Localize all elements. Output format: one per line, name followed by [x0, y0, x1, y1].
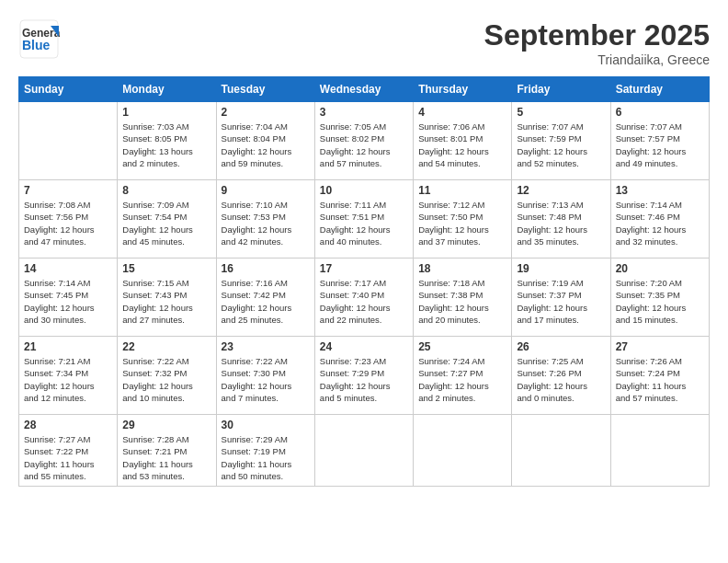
- day-info: Sunrise: 7:16 AMSunset: 7:42 PMDaylight:…: [222, 277, 310, 326]
- day-info: Sunrise: 7:23 AMSunset: 7:29 PMDaylight:…: [320, 355, 408, 404]
- page-header: General Blue September 2025 Triandaiika,…: [18, 18, 710, 67]
- day-info: Sunrise: 7:08 AMSunset: 7:56 PMDaylight:…: [24, 199, 112, 247]
- day-info: Sunrise: 7:22 AMSunset: 7:32 PMDaylight:…: [122, 355, 210, 404]
- day-number: 26: [517, 340, 605, 353]
- day-number: 16: [222, 262, 310, 275]
- table-row: 3Sunrise: 7:05 AMSunset: 8:02 PMDaylight…: [314, 102, 413, 180]
- day-info: Sunrise: 7:05 AMSunset: 8:02 PMDaylight:…: [320, 121, 408, 169]
- table-row: 8Sunrise: 7:09 AMSunset: 7:54 PMDaylight…: [118, 180, 216, 259]
- logo-icon: General Blue: [18, 18, 55, 55]
- day-info: Sunrise: 7:09 AMSunset: 7:54 PMDaylight:…: [122, 199, 210, 247]
- svg-text:Blue: Blue: [22, 38, 51, 52]
- table-row: 11Sunrise: 7:12 AMSunset: 7:50 PMDayligh…: [414, 180, 512, 259]
- table-row: 18Sunrise: 7:18 AMSunset: 7:38 PMDayligh…: [414, 259, 512, 337]
- table-row: 21Sunrise: 7:21 AMSunset: 7:34 PMDayligh…: [19, 337, 118, 415]
- day-info: Sunrise: 7:11 AMSunset: 7:51 PMDaylight:…: [320, 199, 408, 247]
- day-info: Sunrise: 7:20 AMSunset: 7:35 PMDaylight:…: [616, 277, 704, 326]
- table-row: 10Sunrise: 7:11 AMSunset: 7:51 PMDayligh…: [314, 180, 413, 259]
- day-number: 27: [616, 340, 704, 353]
- day-info: Sunrise: 7:07 AMSunset: 7:59 PMDaylight:…: [517, 121, 605, 169]
- day-info: Sunrise: 7:03 AMSunset: 8:05 PMDaylight:…: [122, 121, 210, 169]
- week-row-3: 14Sunrise: 7:14 AMSunset: 7:45 PMDayligh…: [19, 259, 710, 337]
- table-row: 14Sunrise: 7:14 AMSunset: 7:45 PMDayligh…: [19, 259, 118, 337]
- table-row: 25Sunrise: 7:24 AMSunset: 7:27 PMDayligh…: [414, 337, 512, 415]
- table-row: 5Sunrise: 7:07 AMSunset: 7:59 PMDaylight…: [512, 102, 610, 180]
- day-number: 8: [122, 184, 210, 197]
- day-number: 23: [222, 340, 310, 353]
- day-number: 30: [222, 419, 310, 431]
- table-row: 7Sunrise: 7:08 AMSunset: 7:56 PMDaylight…: [19, 180, 118, 259]
- day-number: 14: [24, 262, 112, 275]
- day-info: Sunrise: 7:29 AMSunset: 7:19 PMDaylight:…: [222, 433, 310, 482]
- table-row: 17Sunrise: 7:17 AMSunset: 7:40 PMDayligh…: [314, 259, 413, 337]
- day-info: Sunrise: 7:14 AMSunset: 7:46 PMDaylight:…: [616, 199, 704, 247]
- table-row: [512, 415, 610, 487]
- table-row: 28Sunrise: 7:27 AMSunset: 7:22 PMDayligh…: [19, 415, 118, 487]
- calendar-header-row: Sunday Monday Tuesday Wednesday Thursday…: [19, 77, 710, 102]
- day-info: Sunrise: 7:28 AMSunset: 7:21 PMDaylight:…: [122, 433, 210, 482]
- table-row: 24Sunrise: 7:23 AMSunset: 7:29 PMDayligh…: [314, 337, 413, 415]
- day-number: 25: [418, 340, 506, 353]
- day-number: 13: [616, 184, 704, 197]
- day-number: 22: [122, 340, 210, 353]
- day-info: Sunrise: 7:06 AMSunset: 8:01 PMDaylight:…: [418, 121, 506, 169]
- day-info: Sunrise: 7:19 AMSunset: 7:37 PMDaylight:…: [517, 277, 605, 326]
- logo: General Blue: [18, 18, 60, 55]
- day-number: 24: [320, 340, 408, 353]
- day-info: Sunrise: 7:13 AMSunset: 7:48 PMDaylight:…: [517, 199, 605, 247]
- week-row-4: 21Sunrise: 7:21 AMSunset: 7:34 PMDayligh…: [19, 337, 710, 415]
- col-friday: Friday: [512, 77, 610, 102]
- day-number: 21: [24, 340, 112, 353]
- day-number: 20: [616, 262, 704, 275]
- day-info: Sunrise: 7:24 AMSunset: 7:27 PMDaylight:…: [418, 355, 506, 404]
- day-number: 28: [24, 419, 112, 431]
- week-row-5: 28Sunrise: 7:27 AMSunset: 7:22 PMDayligh…: [19, 415, 710, 487]
- col-monday: Monday: [118, 77, 216, 102]
- day-info: Sunrise: 7:22 AMSunset: 7:30 PMDaylight:…: [222, 355, 310, 404]
- col-wednesday: Wednesday: [314, 77, 413, 102]
- table-row: [19, 102, 118, 180]
- day-number: 9: [222, 184, 310, 197]
- day-info: Sunrise: 7:25 AMSunset: 7:26 PMDaylight:…: [517, 355, 605, 404]
- col-tuesday: Tuesday: [216, 77, 314, 102]
- day-info: Sunrise: 7:10 AMSunset: 7:53 PMDaylight:…: [222, 199, 310, 247]
- col-saturday: Saturday: [610, 77, 709, 102]
- day-number: 10: [320, 184, 408, 197]
- table-row: [610, 415, 709, 487]
- table-row: 1Sunrise: 7:03 AMSunset: 8:05 PMDaylight…: [118, 102, 216, 180]
- month-title: September 2025: [484, 18, 710, 52]
- day-number: 1: [122, 106, 210, 119]
- day-number: 19: [517, 262, 605, 275]
- day-number: 11: [418, 184, 506, 197]
- day-info: Sunrise: 7:12 AMSunset: 7:50 PMDaylight:…: [418, 199, 506, 247]
- day-number: 18: [418, 262, 506, 275]
- day-number: 29: [122, 419, 210, 431]
- day-info: Sunrise: 7:27 AMSunset: 7:22 PMDaylight:…: [24, 433, 112, 482]
- day-number: 17: [320, 262, 408, 275]
- col-sunday: Sunday: [19, 77, 118, 102]
- table-row: 27Sunrise: 7:26 AMSunset: 7:24 PMDayligh…: [610, 337, 709, 415]
- table-row: 12Sunrise: 7:13 AMSunset: 7:48 PMDayligh…: [512, 180, 610, 259]
- table-row: 23Sunrise: 7:22 AMSunset: 7:30 PMDayligh…: [216, 337, 314, 415]
- table-row: 29Sunrise: 7:28 AMSunset: 7:21 PMDayligh…: [118, 415, 216, 487]
- table-row: 19Sunrise: 7:19 AMSunset: 7:37 PMDayligh…: [512, 259, 610, 337]
- day-info: Sunrise: 7:17 AMSunset: 7:40 PMDaylight:…: [320, 277, 408, 326]
- table-row: 6Sunrise: 7:07 AMSunset: 7:57 PMDaylight…: [610, 102, 709, 180]
- week-row-2: 7Sunrise: 7:08 AMSunset: 7:56 PMDaylight…: [19, 180, 710, 259]
- table-row: 9Sunrise: 7:10 AMSunset: 7:53 PMDaylight…: [216, 180, 314, 259]
- day-number: 5: [517, 106, 605, 119]
- table-row: 30Sunrise: 7:29 AMSunset: 7:19 PMDayligh…: [216, 415, 314, 487]
- day-info: Sunrise: 7:21 AMSunset: 7:34 PMDaylight:…: [24, 355, 112, 404]
- table-row: 15Sunrise: 7:15 AMSunset: 7:43 PMDayligh…: [118, 259, 216, 337]
- table-row: 22Sunrise: 7:22 AMSunset: 7:32 PMDayligh…: [118, 337, 216, 415]
- table-row: 13Sunrise: 7:14 AMSunset: 7:46 PMDayligh…: [610, 180, 709, 259]
- day-info: Sunrise: 7:14 AMSunset: 7:45 PMDaylight:…: [24, 277, 112, 326]
- day-number: 6: [616, 106, 704, 119]
- table-row: 16Sunrise: 7:16 AMSunset: 7:42 PMDayligh…: [216, 259, 314, 337]
- calendar: Sunday Monday Tuesday Wednesday Thursday…: [18, 76, 710, 487]
- day-number: 12: [517, 184, 605, 197]
- day-number: 7: [24, 184, 112, 197]
- table-row: 2Sunrise: 7:04 AMSunset: 8:04 PMDaylight…: [216, 102, 314, 180]
- location: Triandaiika, Greece: [484, 52, 710, 67]
- week-row-1: 1Sunrise: 7:03 AMSunset: 8:05 PMDaylight…: [19, 102, 710, 180]
